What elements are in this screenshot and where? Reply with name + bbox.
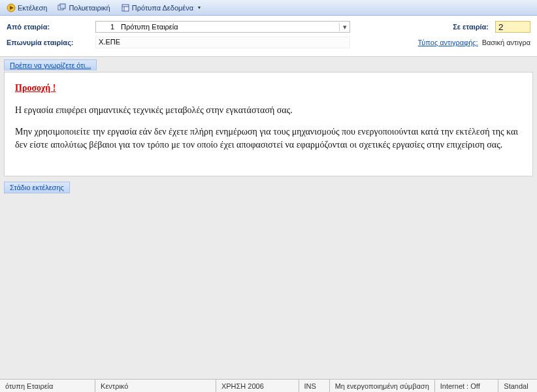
toolbar-multicompany[interactable]: Πολυεταιρική xyxy=(54,2,114,14)
company-name-label: Επωνυμία εταιρίας: xyxy=(7,39,91,46)
play-icon xyxy=(7,3,16,12)
status-branch: Κεντρικό xyxy=(95,380,216,392)
to-company-input[interactable] xyxy=(495,21,530,33)
status-bar: ότυπη Εταιρεία Κεντρικό ΧΡΗΣΗ 2006 INS Μ… xyxy=(0,379,537,392)
company-name-value: Χ.ΕΠΕ xyxy=(95,37,350,48)
form-area: Από εταιρία: 1 Πρότυπη Εταιρεία ▾ Σε ετα… xyxy=(0,16,537,57)
from-company-name: Πρότυπη Εταιρεία xyxy=(118,23,339,31)
info-section-header[interactable]: Πρέπει να γνωρίζετε ότι... xyxy=(4,59,97,71)
to-company-label: Σε εταιρία: xyxy=(453,23,491,31)
windows-icon xyxy=(57,3,67,12)
status-company: ότυπη Εταιρεία xyxy=(0,380,95,392)
chevron-down-icon: ▾ xyxy=(339,23,350,31)
from-company-combo[interactable]: 1 Πρότυπη Εταιρεία ▾ xyxy=(95,21,350,33)
template-icon xyxy=(121,3,130,12)
status-use-year: ΧΡΗΣΗ 2006 xyxy=(216,380,299,392)
copy-type-value: Βασική αντιγρα xyxy=(482,39,530,46)
svg-rect-4 xyxy=(122,5,129,11)
toolbar-label: Πολυεταιρική xyxy=(69,4,110,12)
toolbar: Εκτέλεση Πολυεταιρική Πρότυπα Δεδομένα ▾ xyxy=(0,0,537,16)
chevron-down-icon: ▾ xyxy=(195,5,201,10)
svg-rect-3 xyxy=(60,4,65,8)
company-name-text: Χ.ΕΠΕ xyxy=(99,38,120,46)
from-company-number: 1 xyxy=(96,23,118,31)
status-subscription: Μη ενεργοποιημένη σύμβαση xyxy=(330,380,435,392)
warning-title: Προσοχή ! xyxy=(15,82,522,95)
execution-stage-header[interactable]: Στάδιο εκτέλεσης xyxy=(4,182,70,193)
toolbar-label: Πρότυπα Δεδομένα xyxy=(132,4,193,12)
warning-panel: Προσοχή ! Η εργασία επιφέρει σημαντικές … xyxy=(4,72,533,176)
toolbar-execute[interactable]: Εκτέλεση xyxy=(3,2,51,14)
toolbar-label: Εκτέλεση xyxy=(18,4,47,12)
status-mode: Standal xyxy=(498,380,537,392)
warning-paragraph-1: Η εργασία επιφέρει σημαντικές τεχνικές μ… xyxy=(15,104,522,117)
warning-paragraph-2: Μην χρησιμοποιείτε την εργασία εάν δεν έ… xyxy=(15,125,522,152)
copy-type-label[interactable]: Τύπος αντιγραφής: xyxy=(418,39,478,46)
status-ins: INS xyxy=(299,380,330,392)
toolbar-template-data[interactable]: Πρότυπα Δεδομένα ▾ xyxy=(117,2,204,14)
from-company-label: Από εταιρία: xyxy=(7,23,91,31)
status-internet: Internet : Off xyxy=(435,380,499,392)
